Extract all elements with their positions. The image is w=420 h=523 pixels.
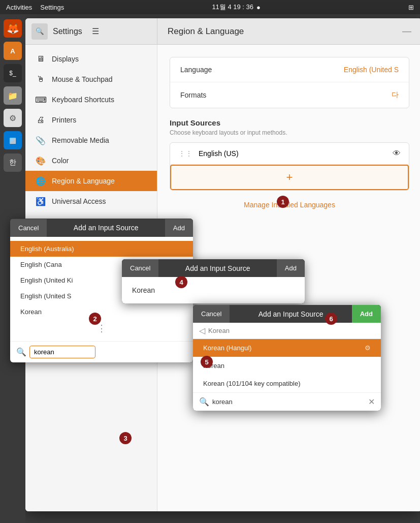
terminal-taskbar-icon[interactable]: $_ bbox=[4, 64, 22, 82]
sidebar-item-mouse[interactable]: 🖱 Mouse & Touchpad bbox=[25, 69, 157, 89]
dialog2: Cancel Add an Input Source Add Korean bbox=[122, 259, 305, 303]
color-icon: 🎨 bbox=[36, 156, 46, 166]
sidebar-item-region[interactable]: 🌐 Region & Language bbox=[25, 171, 157, 191]
settings-taskbar-icon[interactable]: ⚙ bbox=[4, 109, 22, 127]
dialog3-cancel-button[interactable]: Cancel bbox=[193, 305, 230, 323]
settings-menu-label[interactable]: Settings bbox=[40, 4, 64, 11]
dialog3-clear-button[interactable]: ✕ bbox=[368, 397, 375, 407]
formats-value[interactable]: 다 bbox=[392, 90, 399, 100]
sidebar-item-displays[interactable]: 🖥 Displays bbox=[25, 49, 157, 69]
sidebar-item-label: Keyboard Shortcuts bbox=[52, 96, 114, 104]
keyboard-icon: ⌨ bbox=[36, 95, 46, 105]
menu-button[interactable]: ☰ bbox=[87, 23, 104, 40]
dialog1-more: ⋮ bbox=[10, 320, 193, 337]
language-value[interactable]: English (United S bbox=[344, 66, 399, 74]
dialog1-cancel-button[interactable]: Cancel bbox=[10, 219, 47, 237]
language-formats-group: Language English (United S Formats 다 bbox=[170, 57, 409, 108]
search-button[interactable]: 🔍 bbox=[31, 23, 48, 40]
sidebar-item-label: Color bbox=[52, 157, 69, 165]
dialog1-item-4[interactable]: Korean bbox=[10, 304, 193, 320]
vscode-taskbar-icon[interactable]: ▦ bbox=[4, 131, 22, 149]
dialog2-header: Cancel Add an Input Source Add bbox=[122, 259, 305, 277]
dialog3-item-korean-101[interactable]: Korean (101/104 key compatible) bbox=[193, 375, 381, 392]
sidebar-item-label: Printers bbox=[52, 116, 76, 124]
dialog2-add-button[interactable]: Add bbox=[277, 259, 305, 277]
dialog2-title: Add an Input Source bbox=[158, 264, 276, 272]
badge-5: 5 bbox=[201, 356, 213, 368]
input-sources-title: Input Sources bbox=[170, 118, 409, 127]
dot-label: ● bbox=[256, 4, 261, 11]
dialog1-title: Add an Input Source bbox=[47, 219, 165, 237]
dialog1-search-area: 🔍 bbox=[10, 341, 193, 362]
dialog1-header: Cancel Add an Input Source Add bbox=[10, 219, 193, 237]
dialog3-item-hangul[interactable]: Korean (Hangul) ⚙ bbox=[193, 339, 381, 357]
language-label: Language bbox=[180, 66, 212, 74]
sidebar-item-label: Region & Language bbox=[52, 177, 115, 185]
dialog3-add-button[interactable]: Add bbox=[352, 305, 381, 323]
dialog2-cancel-button[interactable]: Cancel bbox=[122, 259, 158, 277]
datetime-label: 11월 4 19 : 36 bbox=[212, 3, 253, 12]
sidebar-item-label: Mouse & Touchpad bbox=[52, 75, 113, 83]
page-title: Region & Language bbox=[168, 26, 244, 37]
dialog2-korean-item[interactable]: Korean bbox=[122, 281, 305, 299]
region-icon: 🌐 bbox=[36, 176, 46, 186]
dialog2-content: Korean bbox=[122, 277, 305, 303]
input-sources-box: ⋮⋮ English (US) 👁 + bbox=[170, 142, 409, 191]
printers-icon: 🖨 bbox=[36, 115, 46, 125]
window-close-button[interactable]: — bbox=[402, 26, 411, 37]
sidebar-header: 🔍 Settings ☰ bbox=[25, 18, 157, 44]
activities-label[interactable]: Activities bbox=[6, 4, 32, 11]
dialog3-bottom-search-input[interactable] bbox=[212, 398, 365, 406]
badge-4: 4 bbox=[175, 276, 187, 288]
dialog1-search-input[interactable] bbox=[29, 346, 95, 358]
dialog3-search-area: ◁ bbox=[193, 323, 381, 339]
input-sources-subtitle: Choose keyboard layouts or input methods… bbox=[170, 129, 409, 136]
dialog3-bottom-search-area: 🔍 ✕ bbox=[193, 392, 381, 411]
dialog1-item-0[interactable]: English (Australia) bbox=[10, 241, 193, 257]
formats-label: Formats bbox=[180, 91, 206, 99]
sidebar-item-label: Displays bbox=[52, 55, 79, 63]
universal-icon: ♿ bbox=[36, 196, 46, 206]
app-header: 🔍 Settings ☰ Region & Language — bbox=[25, 18, 420, 45]
english-us-item: ⋮⋮ English (US) 👁 bbox=[170, 143, 409, 165]
add-input-source-row[interactable]: + bbox=[170, 165, 409, 190]
ubuntu-taskbar-icon[interactable]: A bbox=[4, 42, 22, 60]
dialog1-search-icon: 🔍 bbox=[16, 347, 26, 357]
badge-6: 6 bbox=[325, 313, 337, 325]
dialog3-item-korean[interactable]: Korean bbox=[193, 357, 381, 375]
plus-icon: + bbox=[286, 171, 293, 184]
removable-icon: 📎 bbox=[36, 135, 46, 145]
dialog3: Cancel Add an Input Source Add ◁ Korean … bbox=[193, 305, 381, 411]
badge-1: 1 bbox=[277, 196, 289, 208]
sidebar-item-printers[interactable]: 🖨 Printers bbox=[25, 110, 157, 130]
input-taskbar-icon[interactable]: 한 bbox=[4, 153, 22, 172]
drag-handle-icon: ⋮⋮ bbox=[178, 149, 192, 158]
manage-installed-languages-link[interactable]: Manage Installed Languages bbox=[170, 197, 409, 213]
gear-icon[interactable]: ⚙ bbox=[365, 344, 371, 352]
dialog3-list: Korean (Hangul) ⚙ Korean Korean (101/104… bbox=[193, 339, 381, 392]
tray-icons: ⊞ bbox=[408, 4, 414, 11]
language-row: Language English (United S bbox=[170, 57, 409, 82]
sidebar-item-universal[interactable]: ♿ Universal Access bbox=[25, 191, 157, 211]
eye-button[interactable]: 👁 bbox=[393, 149, 401, 158]
badge-3: 3 bbox=[119, 432, 132, 444]
dialog3-back-icon: ◁ bbox=[199, 326, 205, 335]
search-icon: 🔍 bbox=[36, 27, 44, 35]
sidebar-item-label: Removable Media bbox=[52, 136, 109, 144]
firefox-taskbar-icon[interactable]: 🦊 bbox=[4, 19, 22, 38]
badge-2: 2 bbox=[89, 313, 101, 325]
topbar: Activities Settings 11월 4 19 : 36 ● ⊞ bbox=[0, 0, 420, 14]
sidebar-item-keyboard[interactable]: ⌨ Keyboard Shortcuts bbox=[25, 89, 157, 110]
sidebar-item-color[interactable]: 🎨 Color bbox=[25, 150, 157, 171]
dialog3-search-icon-bottom: 🔍 bbox=[199, 397, 209, 407]
sidebar-item-removable[interactable]: 📎 Removable Media bbox=[25, 130, 157, 150]
dialog1-add-button[interactable]: Add bbox=[165, 219, 193, 237]
hamburger-icon: ☰ bbox=[92, 26, 99, 36]
formats-row: Formats 다 bbox=[170, 82, 409, 108]
files-taskbar-icon[interactable]: 📁 bbox=[4, 86, 22, 105]
sidebar-item-label: Universal Access bbox=[52, 197, 106, 205]
mouse-icon: 🖱 bbox=[36, 74, 46, 84]
dialog3-header: Cancel Add an Input Source Add bbox=[193, 305, 381, 323]
dialog3-search-input[interactable] bbox=[208, 327, 375, 334]
settings-title: Settings bbox=[53, 27, 82, 36]
